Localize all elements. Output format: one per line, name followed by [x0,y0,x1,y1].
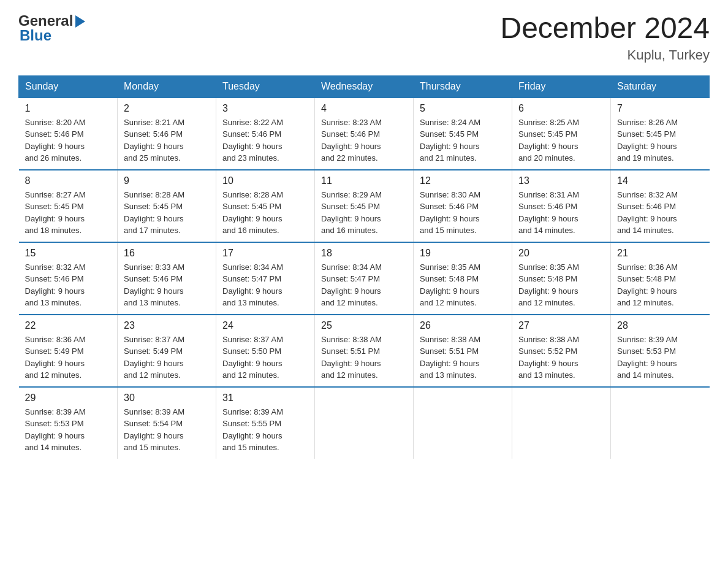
col-tuesday: Tuesday [216,75,315,98]
calendar-cell: 11 Sunrise: 8:29 AM Sunset: 5:45 PM Dayl… [315,170,414,242]
calendar-cell [611,387,710,459]
calendar-cell: 12 Sunrise: 8:30 AM Sunset: 5:46 PM Dayl… [414,170,512,242]
day-info: Sunrise: 8:20 AM Sunset: 5:46 PM Dayligh… [25,117,112,164]
calendar-cell: 26 Sunrise: 8:38 AM Sunset: 5:51 PM Dayl… [414,315,512,387]
calendar-cell: 1 Sunrise: 8:20 AM Sunset: 5:46 PM Dayli… [19,98,118,170]
day-info: Sunrise: 8:26 AM Sunset: 5:45 PM Dayligh… [617,117,703,164]
day-number: 9 [124,175,210,186]
day-info: Sunrise: 8:27 AM Sunset: 5:45 PM Dayligh… [25,189,112,237]
day-info: Sunrise: 8:33 AM Sunset: 5:46 PM Dayligh… [124,261,210,309]
calendar-cell: 28 Sunrise: 8:39 AM Sunset: 5:53 PM Dayl… [611,315,710,387]
calendar-cell: 20 Sunrise: 8:35 AM Sunset: 5:48 PM Dayl… [512,242,611,315]
day-number: 11 [321,175,407,186]
calendar-cell [414,387,512,459]
location-title: Kuplu, Turkey [500,47,710,63]
calendar-cell: 10 Sunrise: 8:28 AM Sunset: 5:45 PM Dayl… [216,170,315,242]
calendar-cell: 21 Sunrise: 8:36 AM Sunset: 5:48 PM Dayl… [611,242,710,315]
col-thursday: Thursday [414,75,512,98]
day-number: 1 [25,103,112,114]
day-number: 22 [25,320,112,331]
calendar-cell: 18 Sunrise: 8:34 AM Sunset: 5:47 PM Dayl… [315,242,414,315]
calendar-cell: 7 Sunrise: 8:26 AM Sunset: 5:45 PM Dayli… [611,98,710,170]
calendar-header-row: Sunday Monday Tuesday Wednesday Thursday… [19,75,710,98]
day-info: Sunrise: 8:36 AM Sunset: 5:49 PM Dayligh… [25,334,112,381]
calendar-week-1: 1 Sunrise: 8:20 AM Sunset: 5:46 PM Dayli… [19,98,710,170]
day-info: Sunrise: 8:31 AM Sunset: 5:46 PM Dayligh… [518,189,604,237]
day-info: Sunrise: 8:39 AM Sunset: 5:53 PM Dayligh… [617,334,703,381]
calendar-cell: 2 Sunrise: 8:21 AM Sunset: 5:46 PM Dayli… [118,98,216,170]
calendar-cell: 24 Sunrise: 8:37 AM Sunset: 5:50 PM Dayl… [216,315,315,387]
calendar-cell: 5 Sunrise: 8:24 AM Sunset: 5:45 PM Dayli… [414,98,512,170]
day-number: 10 [222,175,308,186]
day-info: Sunrise: 8:21 AM Sunset: 5:46 PM Dayligh… [124,117,210,164]
day-info: Sunrise: 8:25 AM Sunset: 5:45 PM Dayligh… [518,117,604,164]
calendar-cell: 9 Sunrise: 8:28 AM Sunset: 5:45 PM Dayli… [118,170,216,242]
day-info: Sunrise: 8:24 AM Sunset: 5:45 PM Dayligh… [420,117,506,164]
day-number: 8 [25,175,112,186]
day-info: Sunrise: 8:30 AM Sunset: 5:46 PM Dayligh… [420,189,506,237]
calendar-week-5: 29 Sunrise: 8:39 AM Sunset: 5:53 PM Dayl… [19,387,710,459]
day-info: Sunrise: 8:32 AM Sunset: 5:46 PM Dayligh… [25,261,112,309]
day-number: 14 [617,175,703,186]
day-info: Sunrise: 8:34 AM Sunset: 5:47 PM Dayligh… [222,261,308,309]
day-number: 28 [617,320,703,331]
day-number: 20 [518,248,604,259]
calendar-cell: 29 Sunrise: 8:39 AM Sunset: 5:53 PM Dayl… [19,387,118,459]
day-number: 16 [124,248,210,259]
calendar-cell: 17 Sunrise: 8:34 AM Sunset: 5:47 PM Dayl… [216,242,315,315]
calendar-cell: 4 Sunrise: 8:23 AM Sunset: 5:46 PM Dayli… [315,98,414,170]
calendar-cell: 25 Sunrise: 8:38 AM Sunset: 5:51 PM Dayl… [315,315,414,387]
day-number: 26 [420,320,506,331]
calendar-week-4: 22 Sunrise: 8:36 AM Sunset: 5:49 PM Dayl… [19,315,710,387]
day-info: Sunrise: 8:38 AM Sunset: 5:52 PM Dayligh… [518,334,604,381]
calendar-cell: 16 Sunrise: 8:33 AM Sunset: 5:46 PM Dayl… [118,242,216,315]
day-number: 2 [124,103,210,114]
day-number: 4 [321,103,407,114]
calendar-cell: 3 Sunrise: 8:22 AM Sunset: 5:46 PM Dayli… [216,98,315,170]
calendar-cell: 6 Sunrise: 8:25 AM Sunset: 5:45 PM Dayli… [512,98,611,170]
calendar-cell: 23 Sunrise: 8:37 AM Sunset: 5:49 PM Dayl… [118,315,216,387]
day-number: 31 [222,393,308,404]
day-number: 17 [222,248,308,259]
day-info: Sunrise: 8:23 AM Sunset: 5:46 PM Dayligh… [321,117,407,164]
day-info: Sunrise: 8:28 AM Sunset: 5:45 PM Dayligh… [222,189,308,237]
col-friday: Friday [512,75,611,98]
logo: G eneral Blue [18,12,86,44]
day-number: 25 [321,320,407,331]
day-number: 24 [222,320,308,331]
calendar-cell [315,387,414,459]
day-number: 18 [321,248,407,259]
day-number: 23 [124,320,210,331]
calendar-cell: 15 Sunrise: 8:32 AM Sunset: 5:46 PM Dayl… [19,242,118,315]
col-wednesday: Wednesday [315,75,414,98]
month-title: December 2024 [500,12,710,45]
day-info: Sunrise: 8:39 AM Sunset: 5:53 PM Dayligh… [25,406,112,454]
title-block: December 2024 Kuplu, Turkey [500,12,710,63]
day-info: Sunrise: 8:35 AM Sunset: 5:48 PM Dayligh… [420,261,506,309]
day-number: 7 [617,103,703,114]
col-saturday: Saturday [611,75,710,98]
day-number: 6 [518,103,604,114]
day-number: 13 [518,175,604,186]
calendar-cell: 13 Sunrise: 8:31 AM Sunset: 5:46 PM Dayl… [512,170,611,242]
day-info: Sunrise: 8:39 AM Sunset: 5:55 PM Dayligh… [222,406,308,454]
calendar-week-3: 15 Sunrise: 8:32 AM Sunset: 5:46 PM Dayl… [19,242,710,315]
day-info: Sunrise: 8:37 AM Sunset: 5:49 PM Dayligh… [124,334,210,381]
logo-triangle-icon [74,15,86,28]
day-info: Sunrise: 8:38 AM Sunset: 5:51 PM Dayligh… [321,334,407,381]
day-info: Sunrise: 8:38 AM Sunset: 5:51 PM Dayligh… [420,334,506,381]
page-header: G eneral Blue December 2024 Kuplu, Turke… [18,12,710,63]
day-number: 21 [617,248,703,259]
day-info: Sunrise: 8:22 AM Sunset: 5:46 PM Dayligh… [222,117,308,164]
day-number: 12 [420,175,506,186]
calendar-cell: 22 Sunrise: 8:36 AM Sunset: 5:49 PM Dayl… [19,315,118,387]
calendar-week-2: 8 Sunrise: 8:27 AM Sunset: 5:45 PM Dayli… [19,170,710,242]
day-info: Sunrise: 8:37 AM Sunset: 5:50 PM Dayligh… [222,334,308,381]
svg-marker-0 [75,15,85,28]
day-number: 19 [420,248,506,259]
day-number: 5 [420,103,506,114]
day-info: Sunrise: 8:36 AM Sunset: 5:48 PM Dayligh… [617,261,703,309]
day-info: Sunrise: 8:32 AM Sunset: 5:46 PM Dayligh… [617,189,703,237]
calendar-cell [512,387,611,459]
calendar-cell: 27 Sunrise: 8:38 AM Sunset: 5:52 PM Dayl… [512,315,611,387]
